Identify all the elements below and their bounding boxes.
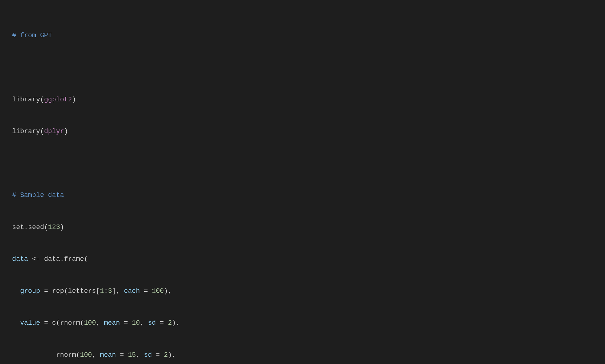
var-data: data: [12, 255, 28, 263]
param-mean1: mean: [104, 319, 120, 327]
fn-set-seed: set.seed: [12, 224, 44, 231]
num-2a: 2: [168, 319, 172, 327]
param-mean2: mean: [100, 351, 116, 359]
fn-rnorm2: rnorm: [56, 351, 76, 359]
fn-library1: library: [12, 96, 40, 103]
comment-sample-data: # Sample data: [12, 192, 64, 199]
line-set-seed: set.seed(123): [12, 222, 593, 233]
line-blank-2: [12, 158, 593, 169]
num-100a: 100: [152, 287, 164, 295]
num-100c: 100: [80, 351, 92, 359]
num-123: 123: [48, 224, 60, 231]
param-sd2: sd: [144, 351, 152, 359]
num-2b: 2: [164, 351, 168, 359]
fn-data-frame: data.frame: [44, 255, 84, 263]
line-library-dplyr: library(dplyr): [12, 126, 593, 137]
fn-rep: rep: [52, 287, 64, 295]
fn-letters: letters: [68, 287, 96, 295]
line-group-param: group = rep(letters[1:3], each = 100),: [12, 286, 593, 297]
num-10: 10: [132, 319, 140, 327]
num-15: 15: [128, 351, 136, 359]
line-rnorm2: rnorm(100, mean = 15, sd = 2),: [12, 350, 593, 360]
num-1: 1: [100, 287, 104, 295]
comment-from-gpt: # from GPT: [12, 32, 52, 39]
fn-library2: library: [12, 128, 40, 135]
line-data-frame-open: data <- data.frame(: [12, 254, 593, 264]
line-value-param: value = c(rnorm(100, mean = 10, sd = 2),: [12, 318, 593, 328]
line-library-ggplot2: library(ggplot2): [12, 94, 593, 105]
param-group: group: [20, 287, 40, 295]
lib-dplyr: dplyr: [44, 128, 64, 135]
line-blank-1: [12, 62, 593, 73]
num-3a: 3: [108, 287, 112, 295]
num-100b: 100: [84, 319, 96, 327]
param-sd1: sd: [148, 319, 156, 327]
line-comment-from-gpt: # from GPT: [12, 30, 593, 41]
fn-rnorm1: rnorm: [60, 319, 80, 327]
param-each: each: [124, 287, 140, 295]
fn-c: c: [52, 319, 56, 327]
lib-ggplot2: ggplot2: [44, 96, 72, 103]
param-value: value: [20, 319, 40, 327]
line-comment-sample-data: # Sample data: [12, 190, 593, 201]
code-editor: # from GPT library(ggplot2) library(dply…: [12, 9, 593, 364]
